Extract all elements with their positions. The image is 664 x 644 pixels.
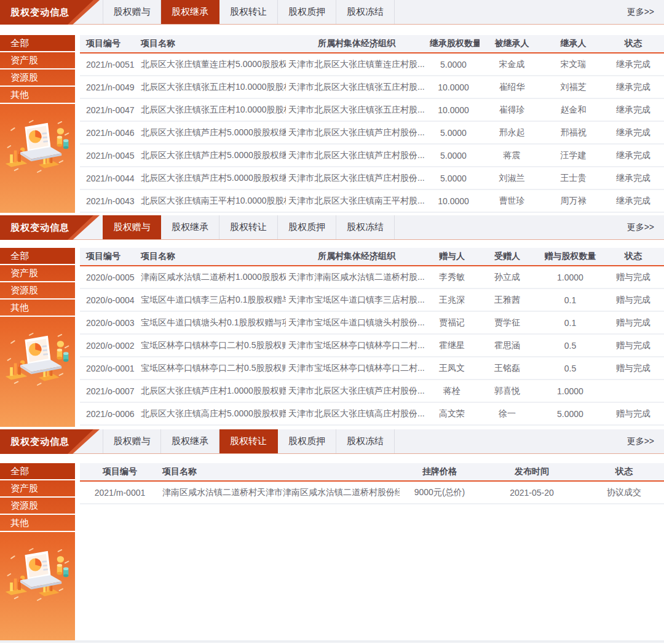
table-cell: 0.1 [538,318,603,328]
tab-1[interactable]: 股权赠与 [103,429,161,453]
column-header: 所属村集体经济组织 [286,38,427,49]
tab-2[interactable]: 股权继承 [161,215,219,239]
tab-5[interactable]: 股权冻结 [336,0,395,24]
table-row[interactable]: 2021/n-0047北辰区大张庄镇张五庄村10.0000股股权继...天津市北… [80,99,664,122]
section-title: 股权变动信息 [0,429,93,454]
table-row[interactable]: 2021/o-0006北辰区大张庄镇高庄村5.0000股股权赠与...天津市北辰… [80,403,664,426]
section-header-bar: 股权变动信息 股权赠与股权继承股权转让股权质押股权冻结 更多>> [0,0,664,25]
category-sidebar: 全部资产股资源股其他 [0,35,75,213]
table-row[interactable]: 2021/n-0049北辰区大张庄镇张五庄村10.0000股股权继...天津市北… [80,76,664,99]
sidebar-item-4[interactable]: 其他 [0,515,75,532]
table-header-row: 项目编号项目名称所属村集体经济组织继承股权数量被继承人继承人状态 [80,35,664,54]
table-cell: 北辰区大张庄镇芦庄村1.0000股股权赠与... [138,386,286,397]
more-link[interactable]: 更多>> [627,222,664,233]
table-cell: 霍继星 [427,340,476,351]
table-cell: 天津市北辰区大张庄镇高庄村股份... [286,408,427,419]
sidebar-item-1[interactable]: 全部 [0,35,75,52]
section-title-banner: 股权变动信息 [0,0,100,25]
more-link[interactable]: 更多>> [627,7,664,18]
table-cell: 赠与完成 [603,408,664,419]
table-row[interactable]: 2021/n-0044北辰区大张庄镇芦庄村5.0000股股权继承...天津市北辰… [80,167,664,190]
sidebar-item-2[interactable]: 资产股 [0,480,75,498]
section-content: 全部资产股资源股其他 [0,463,664,640]
table-cell: 继承完成 [603,173,664,184]
table-row[interactable]: 2020/o-0004宝坻区牛道口镇李三店村0.1股股权赠与项目天津市宝坻区牛道… [80,289,664,312]
tab-5[interactable]: 股权冻结 [336,429,395,453]
tab-3[interactable]: 股权转让 [219,0,278,24]
table-cell: 天津市北辰区大张庄镇芦庄村股份... [286,386,427,397]
tab-4[interactable]: 股权质押 [278,429,336,453]
tab-5[interactable]: 股权冻结 [336,215,395,239]
table-row[interactable]: 2021/o-0007北辰区大张庄镇芦庄村1.0000股股权赠与...天津市北辰… [80,380,664,403]
tab-1[interactable]: 股权赠与 [103,215,161,239]
sidebar-item-2[interactable]: 资产股 [0,52,75,70]
column-header: 受赠人 [476,251,538,262]
equity-change-page: 股权变动信息 股权赠与股权继承股权转让股权质押股权冻结 更多>> 全部资产股资源… [0,0,664,644]
table-row[interactable]: 2020/o-0005津南区咸水沽镇二道桥村1.0000股股权赠...天津市津南… [80,266,664,289]
table-row[interactable]: 2020/o-0001宝坻区林亭口镇林亭口二村0.5股股权赠与...天津市宝坻区… [80,357,664,380]
sidebar-item-4[interactable]: 其他 [0,300,75,317]
tab-3[interactable]: 股权转让 [219,429,278,453]
tab-4[interactable]: 股权质押 [278,0,336,24]
sidebar-item-4[interactable]: 其他 [0,87,75,104]
section-inheritance: 股权变动信息 股权赠与股权继承股权转让股权质押股权冻结 更多>> 全部资产股资源… [0,0,664,213]
tab-2[interactable]: 股权继承 [161,429,219,453]
table-cell: 继承完成 [603,196,664,207]
gift-table: 项目编号项目名称所属村集体经济组织赠与人受赠人赠与股权数量状态 2020/o-0… [80,248,664,427]
sidebar-items: 全部资产股资源股其他 [0,248,75,317]
table-cell: 继承完成 [603,59,664,70]
section-title: 股权变动信息 [0,0,93,25]
tab-2[interactable]: 股权继承 [161,0,219,24]
sidebar-item-1[interactable]: 全部 [0,248,75,265]
column-header: 发布时间 [480,466,584,477]
more-link[interactable]: 更多>> [627,436,664,447]
table-cell: 2021/o-0006 [80,409,138,419]
table-cell: 崔绍华 [480,82,544,93]
section-title: 股权变动信息 [0,215,93,240]
table-cell: 2021/n-0046 [80,128,138,138]
table-cell: 继承完成 [603,105,664,116]
column-header: 状态 [603,38,664,49]
table-row[interactable]: 2020/o-0002宝坻区林亭口镇林亭口二村0.5股股权赠与...天津市宝坻区… [80,335,664,357]
table-cell: 天津市宝坻区林亭口镇林亭口二村... [286,340,427,351]
tab-bar: 股权赠与股权继承股权转让股权质押股权冻结 [103,0,627,24]
column-header: 状态 [584,466,664,477]
column-header: 项目编号 [80,38,138,49]
table-cell: 2020/o-0004 [80,295,138,305]
sidebar-item-3[interactable]: 资源股 [0,70,75,87]
table-cell: 2020/o-0001 [80,364,138,373]
table-row[interactable]: 2021/m-0001津南区咸水沽镇二道桥村天津市津南区咸水沽镇二道桥村股份经.… [80,482,664,504]
sidebar-item-3[interactable]: 资源股 [0,282,75,300]
table-cell: 徐一 [476,408,538,419]
tab-1[interactable]: 股权赠与 [103,0,161,24]
table-cell: 蒋栓 [427,386,476,397]
column-header: 所属村集体经济组织 [286,251,427,262]
column-header: 项目名称 [160,466,400,477]
section-gift: 股权变动信息 股权赠与股权继承股权转让股权质押股权冻结 更多>> 全部资产股资源… [0,215,664,427]
table-row[interactable]: 2021/n-0045北辰区大张庄镇芦庄村5.0000股股权继承...天津市北辰… [80,145,664,167]
table-cell: 5.0000 [427,151,480,161]
sidebar-item-2[interactable]: 资产股 [0,265,75,282]
table-cell: 1.0000 [538,386,603,396]
table-row[interactable]: 2020/o-0003宝坻区牛道口镇塘头村0.1股股权赠与项目天津市宝坻区牛道口… [80,312,664,335]
table-cell: 邢福祝 [544,127,603,138]
table-cell: 2021/m-0001 [80,488,160,498]
tab-4[interactable]: 股权质押 [278,215,336,239]
table-cell: 北辰区大张庄镇高庄村5.0000股股权赠与... [138,408,286,419]
table-cell: 宝坻区林亭口镇林亭口二村0.5股股权赠与... [138,363,286,374]
table-cell: 赠与完成 [603,295,664,306]
table-body: 2021/m-0001津南区咸水沽镇二道桥村天津市津南区咸水沽镇二道桥村股份经.… [80,482,664,640]
sidebar-item-1[interactable]: 全部 [0,463,75,480]
table-cell: 宝坻区林亭口镇林亭口二村0.5股股权赠与... [138,340,286,351]
table-row[interactable]: 2021/n-0043北辰区大张庄镇南王平村10.0000股股权继...天津市北… [80,190,664,213]
sidebar-items: 全部资产股资源股其他 [0,463,75,532]
page-bottom-strip [0,640,664,643]
section-title-banner: 股权变动信息 [0,215,100,240]
table-cell: 宋文瑞 [544,59,603,70]
sidebar-item-3[interactable]: 资源股 [0,498,75,515]
table-cell: 贾福记 [427,317,476,328]
table-cell: 北辰区大张庄镇张五庄村10.0000股股权继... [138,105,286,116]
table-row[interactable]: 2021/n-0051北辰区大张庄镇董连庄村5.0000股股权继...天津市北辰… [80,54,664,76]
table-row[interactable]: 2021/n-0046北辰区大张庄镇芦庄村5.0000股股权继承...天津市北辰… [80,122,664,145]
tab-3[interactable]: 股权转让 [219,215,278,239]
